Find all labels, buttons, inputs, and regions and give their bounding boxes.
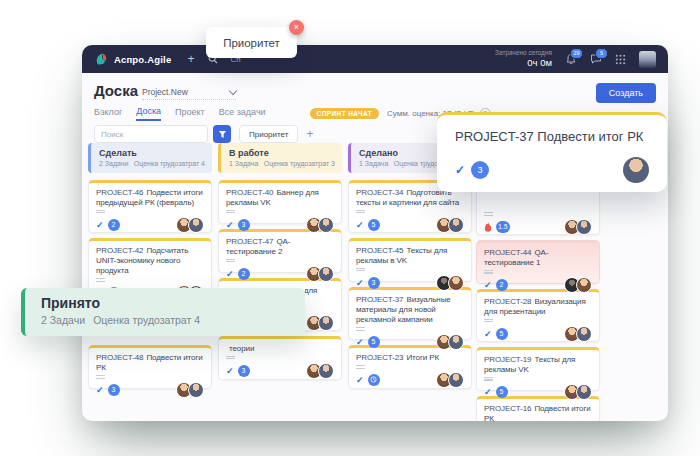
task-card[interactable]: PROJECT-45Тексты для рекламы в VK ✓3 (348, 238, 472, 282)
assignees (310, 217, 334, 233)
tab-backlog[interactable]: Бэклог (94, 107, 122, 120)
messages-button[interactable]: 5 (590, 53, 602, 65)
task-card[interactable]: PROJECT-48Подвести итоги РК ✓3 (88, 345, 212, 389)
task-card[interactable]: PROJECT-28Визуализация для презентации ✓… (476, 289, 600, 342)
close-icon[interactable]: × (289, 20, 304, 35)
tab-all-tasks[interactable]: Все задачи (219, 107, 266, 120)
avatar (188, 382, 204, 398)
task-title: PROJECT-28Визуализация для презентации (484, 297, 592, 317)
avatar (318, 363, 334, 379)
estimate-badge: 1.5 (496, 221, 510, 233)
task-card[interactable]: PROJECT-23Итоги РК ✓ (348, 345, 472, 389)
check-icon: ✓ (356, 220, 364, 230)
task-title: PROJECT-23Итоги РК (356, 353, 464, 363)
time-badge (368, 374, 380, 386)
task-title: PROJECT-37Визуальные материалы для новой… (356, 295, 464, 325)
column-header: В работе 1 Задача Оценка трудозатрат 3 (218, 143, 342, 173)
check-icon: ✓ (484, 280, 492, 290)
estimate-badge: 5 (368, 336, 380, 348)
user-avatar[interactable] (639, 51, 656, 68)
column-name: В работе (229, 148, 334, 158)
tab-board[interactable]: Доска (136, 106, 161, 121)
project-select[interactable]: Project.New (142, 87, 236, 100)
check-icon: ✓ (226, 366, 234, 376)
search-input[interactable] (94, 125, 208, 143)
task-card[interactable]: теории ✓3 (218, 336, 342, 380)
create-button[interactable]: Создать (596, 83, 656, 103)
description-icon (356, 327, 365, 332)
task-card[interactable]: PROJECT-40Баннер для рекламы VK ✓3 (218, 180, 342, 224)
description-icon (484, 270, 493, 275)
check-icon: ✓ (96, 220, 104, 230)
assignees (310, 315, 334, 331)
assignees (440, 275, 464, 291)
assignees (568, 384, 592, 400)
description-icon (226, 356, 235, 361)
column-name: Сделать (99, 148, 204, 158)
assignees (180, 382, 204, 398)
assignees (568, 219, 592, 235)
check-icon: ✓ (356, 375, 364, 385)
zoomed-task-card[interactable]: PROJECT-37 Подвести итог РК ✓ 3 (437, 112, 667, 192)
avatar (623, 157, 649, 183)
time-label: Затрачено сегодня (495, 49, 552, 57)
avatar (576, 219, 592, 235)
check-icon: ✓ (455, 163, 465, 177)
estimate-badge: 3 (238, 365, 250, 377)
estimate-badge: 2 (108, 219, 120, 231)
add-filter-button[interactable]: + (306, 127, 313, 141)
apps-grid-button[interactable] (615, 54, 626, 65)
avatar (448, 334, 464, 350)
priority-filter-chip[interactable]: Приоритет (239, 125, 298, 143)
task-card[interactable]: PROJECT-42Подсчитать UNIT-экономику ново… (88, 238, 212, 291)
avatar (576, 384, 592, 400)
task-card[interactable]: PROJECT-16Подвести итоги РК ✓ (476, 396, 600, 421)
filter-row: Приоритет + (94, 125, 313, 143)
assignees (440, 217, 464, 233)
time-tracker: Затрачено сегодня 0ч 0м (495, 49, 552, 69)
task-title: PROJECT-45Тексты для рекламы в VK (356, 246, 464, 266)
priority-tooltip-label: Приоритет (223, 37, 280, 49)
column-meta: 1 Задача Оценка трудозатрат 3 (229, 160, 334, 167)
notifications-button[interactable]: 29 (565, 53, 577, 65)
avatar (448, 275, 464, 291)
accepted-meta: 2 Задачи Оценка трудозатрат 4 (41, 314, 289, 326)
description-icon (96, 278, 105, 283)
fire-icon (484, 222, 492, 232)
task-title: PROJECT-40Баннер для рекламы VK (226, 188, 334, 208)
app-name: Аспро.Agile (114, 54, 171, 65)
task-card[interactable]: PROJECT-19Тексты для рекламы VK ✓5 (476, 347, 600, 391)
avatar (448, 372, 464, 388)
avatar (448, 217, 464, 233)
assignees (310, 363, 334, 379)
description-icon (96, 210, 105, 215)
column-meta: 2 Задачи Оценка трудозатрат 4 (99, 160, 204, 167)
task-title: теории (226, 344, 334, 354)
avatar (318, 315, 334, 331)
nav-plus-icon[interactable]: + (187, 52, 194, 66)
check-icon: ✓ (226, 220, 234, 230)
task-title: PROJECT-16Подвести итоги РК (484, 404, 592, 421)
task-card-urgent[interactable]: PROJECT-44QA-тестирование 1 ✓2 (476, 240, 600, 284)
description-icon (96, 375, 105, 380)
filter-button[interactable] (213, 125, 231, 143)
task-card[interactable]: PROJECT-37Визуальные материалы для новой… (348, 287, 472, 340)
task-title: PROJECT-48Подвести итоги РК (96, 353, 204, 373)
avatar (318, 217, 334, 233)
estimate-badge: 5 (496, 386, 508, 398)
description-icon (356, 268, 365, 273)
check-icon: ✓ (356, 337, 364, 347)
estimate-badge: 2 (238, 268, 250, 280)
estimate-badge: 5 (368, 219, 380, 231)
zoomed-task-title: PROJECT-37 Подвести итог РК (455, 129, 649, 144)
assignees (568, 277, 592, 293)
task-card[interactable]: PROJECT-46Подвести итоги предыдущей РК (… (88, 180, 212, 233)
avatar (576, 277, 592, 293)
description-icon (484, 212, 493, 217)
estimate-badge: 3 (108, 384, 120, 396)
description-icon (356, 210, 365, 215)
description-icon (484, 377, 493, 382)
task-card[interactable]: PROJECT-47QA-тестирование 2 ✓2 (218, 229, 342, 273)
tab-project[interactable]: Проект (175, 107, 205, 120)
messages-count: 5 (595, 48, 608, 59)
